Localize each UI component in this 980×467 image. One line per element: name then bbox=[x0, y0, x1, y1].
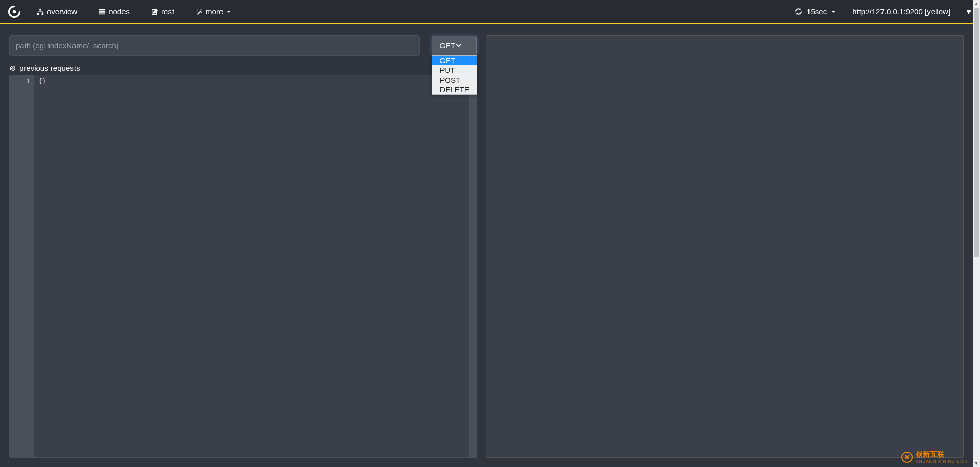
request-column: GET GET PUT POST DELETE previous request… bbox=[9, 35, 477, 458]
previous-requests-button[interactable]: previous requests bbox=[9, 64, 477, 72]
http-method-option-delete[interactable]: DELETE bbox=[432, 85, 476, 94]
refresh-interval-label: 15sec bbox=[806, 7, 827, 16]
caret-down-icon bbox=[831, 9, 836, 14]
nav-nodes[interactable]: nodes bbox=[92, 4, 136, 19]
editor-scrollbar[interactable] bbox=[469, 75, 476, 457]
path-input[interactable] bbox=[9, 35, 420, 56]
nodes-icon bbox=[99, 8, 106, 15]
svg-rect-3 bbox=[42, 13, 44, 15]
http-method-option-put[interactable]: PUT bbox=[432, 65, 476, 75]
top-navbar: overview nodes rest more 15sec http://12… bbox=[0, 0, 980, 24]
svg-rect-6 bbox=[99, 13, 105, 14]
app-logo-icon bbox=[7, 5, 21, 19]
nav-nodes-label: nodes bbox=[109, 7, 130, 16]
edit-icon bbox=[151, 8, 158, 15]
history-icon bbox=[9, 65, 16, 72]
scroll-down-button[interactable]: ▼ bbox=[973, 460, 980, 467]
http-method-selected: GET bbox=[439, 41, 455, 50]
line-number: 1 bbox=[10, 77, 30, 85]
refresh-interval-button[interactable]: 15sec bbox=[789, 4, 842, 19]
svg-rect-4 bbox=[99, 9, 105, 10]
page-scrollbar[interactable]: ▲ ▼ bbox=[973, 0, 980, 467]
nav-more-label: more bbox=[206, 7, 223, 16]
svg-rect-5 bbox=[99, 11, 105, 13]
response-panel bbox=[486, 35, 964, 458]
editor-body-text: {} bbox=[38, 77, 46, 85]
refresh-icon bbox=[795, 8, 802, 15]
http-method-option-post[interactable]: POST bbox=[432, 75, 476, 85]
nav-overview[interactable]: overview bbox=[31, 4, 83, 19]
previous-requests-label: previous requests bbox=[19, 64, 80, 72]
editor-gutter: 1 bbox=[10, 75, 34, 457]
scroll-track[interactable] bbox=[973, 7, 980, 460]
scroll-thumb[interactable] bbox=[974, 8, 979, 257]
svg-rect-1 bbox=[39, 8, 41, 10]
http-method-select[interactable]: GET GET PUT POST DELETE bbox=[432, 36, 477, 55]
nav-more[interactable]: more bbox=[189, 4, 237, 19]
nav-rest[interactable]: rest bbox=[145, 4, 180, 19]
caret-down-icon bbox=[226, 9, 231, 14]
scroll-up-button[interactable]: ▲ bbox=[973, 0, 980, 7]
svg-rect-2 bbox=[37, 13, 39, 15]
svg-point-0 bbox=[13, 10, 16, 13]
request-body-editor[interactable]: 1 {} bbox=[9, 75, 477, 458]
chevron-down-icon bbox=[456, 42, 462, 48]
cluster-url-status: http://127.0.0.1:9200 [yellow] bbox=[852, 7, 950, 16]
editor-code-area[interactable]: {} bbox=[34, 75, 476, 457]
svg-point-10 bbox=[201, 12, 202, 13]
http-method-dropdown: GET PUT POST DELETE bbox=[432, 55, 477, 95]
http-method-option-get[interactable]: GET bbox=[432, 56, 476, 65]
nav-overview-label: overview bbox=[47, 7, 77, 16]
svg-point-8 bbox=[201, 9, 202, 10]
path-row: GET GET PUT POST DELETE bbox=[9, 35, 477, 56]
magic-icon bbox=[195, 8, 203, 15]
plug-icon bbox=[965, 7, 973, 15]
svg-point-9 bbox=[197, 9, 198, 10]
nav-rest-label: rest bbox=[161, 7, 174, 16]
rest-content: GET GET PUT POST DELETE previous request… bbox=[0, 26, 973, 467]
sitemap-icon bbox=[37, 8, 44, 15]
